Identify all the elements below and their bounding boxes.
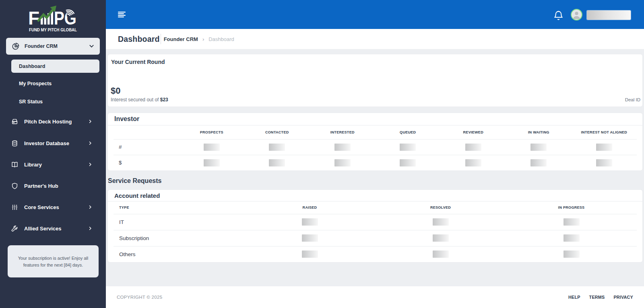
svg-text:FUND MY PITCH GLOBAL: FUND MY PITCH GLOBAL [29,27,77,32]
svg-text:F: F [29,8,39,29]
